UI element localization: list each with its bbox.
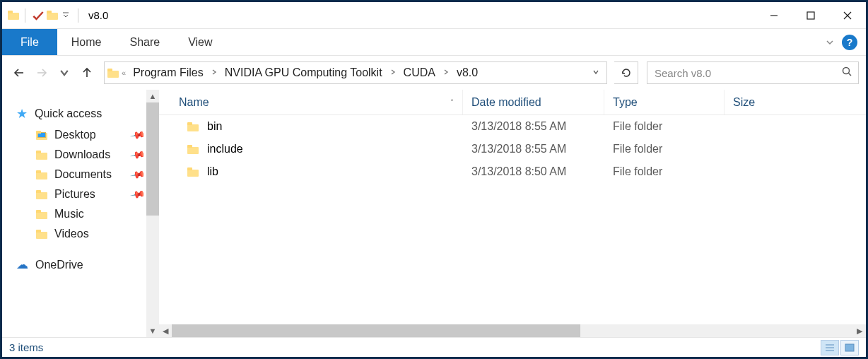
file-name: include: [207, 143, 243, 155]
scroll-left-icon[interactable]: ◀: [159, 326, 172, 336]
file-row[interactable]: bin 3/13/2018 8:55 AM File folder: [159, 115, 866, 138]
svg-rect-13: [845, 344, 854, 351]
scroll-thumb[interactable]: [146, 102, 159, 216]
app-folder-icon: [8, 11, 19, 20]
pin-icon: 📌: [129, 127, 146, 143]
svg-rect-2: [807, 12, 814, 19]
refresh-button[interactable]: [614, 61, 638, 84]
window-title: v8.0: [88, 9, 108, 21]
documents-icon: [36, 170, 47, 180]
breadcrumb-segment[interactable]: NVIDIA GPU Computing Toolkit: [221, 62, 387, 83]
address-dropdown-icon[interactable]: [588, 68, 604, 78]
status-text: 3 items: [9, 341, 43, 353]
pin-icon: 📌: [129, 187, 146, 203]
tab-view[interactable]: View: [174, 29, 226, 55]
chevron-right-icon[interactable]: «: [120, 69, 127, 77]
scroll-up-icon[interactable]: ▲: [146, 90, 159, 102]
sidebar-label: Desktop: [54, 129, 96, 141]
sidebar-pictures[interactable]: Pictures 📌: [2, 184, 159, 204]
breadcrumb-segment[interactable]: CUDA: [399, 62, 440, 83]
tab-file[interactable]: File: [2, 29, 57, 55]
sidebar-documents[interactable]: Documents 📌: [2, 165, 159, 184]
status-bar: 3 items: [2, 337, 866, 357]
qat-separator-2: [78, 8, 78, 23]
sort-indicator-icon: ˄: [450, 98, 454, 106]
sidebar-label: Pictures: [54, 188, 95, 201]
minimize-button[interactable]: [756, 2, 792, 29]
chevron-right-icon[interactable]: [388, 69, 398, 77]
search-icon[interactable]: [841, 66, 852, 80]
column-headers: Name ˄ Date modified Type Size: [159, 90, 866, 115]
sidebar-label: Downloads: [54, 148, 110, 161]
file-type: File folder: [604, 143, 725, 155]
tab-share[interactable]: Share: [115, 29, 174, 55]
column-type[interactable]: Type: [604, 90, 725, 114]
pictures-icon: [36, 190, 47, 199]
scroll-right-icon[interactable]: ▶: [853, 326, 866, 336]
address-folder-icon: [107, 69, 119, 78]
scroll-thumb[interactable]: [172, 324, 580, 337]
help-icon[interactable]: ?: [842, 35, 857, 50]
sidebar-scrollbar[interactable]: ▲ ▼: [146, 90, 159, 337]
onedrive-icon: ☁: [16, 257, 28, 272]
thumbnails-view-button[interactable]: [840, 340, 859, 355]
address-bar[interactable]: « Program Files NVIDIA GPU Computing Too…: [104, 61, 607, 84]
file-row[interactable]: include 3/13/2018 8:55 AM File folder: [159, 138, 866, 160]
sidebar-onedrive[interactable]: ☁ OneDrive: [2, 254, 159, 276]
file-date: 3/13/2018 8:55 AM: [463, 143, 604, 155]
column-date[interactable]: Date modified: [463, 90, 604, 114]
content-area: ★ Quick access Desktop 📌 Downloads 📌 Doc…: [2, 90, 866, 337]
pin-icon: 📌: [129, 167, 146, 183]
forward-button[interactable]: [32, 63, 52, 83]
column-label: Date modified: [471, 96, 541, 109]
details-view-button[interactable]: [821, 340, 839, 355]
pin-icon: 📌: [129, 147, 146, 163]
file-name: lib: [207, 165, 218, 178]
file-row[interactable]: lib 3/13/2018 8:50 AM File folder: [159, 160, 866, 183]
back-button[interactable]: [9, 63, 29, 83]
music-icon: [36, 210, 47, 219]
sidebar-desktop[interactable]: Desktop 📌: [2, 125, 159, 145]
sidebar-label: Music: [54, 208, 84, 220]
downloads-icon: [36, 151, 47, 160]
file-type: File folder: [604, 165, 725, 178]
file-date: 3/13/2018 8:50 AM: [463, 165, 604, 178]
chevron-right-icon[interactable]: [441, 69, 451, 77]
column-label: Name: [179, 96, 209, 109]
scroll-down-icon[interactable]: ▼: [146, 324, 159, 337]
sidebar-videos[interactable]: Videos: [2, 224, 159, 244]
file-rows: bin 3/13/2018 8:55 AM File folder includ…: [159, 115, 866, 324]
sidebar-label: Documents: [54, 168, 112, 181]
sidebar-quick-access[interactable]: ★ Quick access: [2, 102, 159, 125]
sidebar-label: Quick access: [35, 107, 102, 120]
videos-icon: [36, 230, 47, 239]
sidebar-label: OneDrive: [35, 259, 83, 271]
recent-locations-button[interactable]: [54, 63, 74, 83]
maximize-button[interactable]: [792, 2, 829, 29]
up-button[interactable]: [77, 63, 97, 83]
qat-dropdown-icon[interactable]: [59, 11, 72, 20]
search-input[interactable]: [653, 66, 841, 80]
breadcrumb-segment[interactable]: v8.0: [452, 62, 482, 83]
desktop-icon: [36, 131, 47, 140]
navigation-bar: « Program Files NVIDIA GPU Computing Too…: [2, 56, 866, 90]
file-list-pane: Name ˄ Date modified Type Size bin 3/13/…: [159, 90, 866, 337]
ribbon-collapse-icon[interactable]: [819, 29, 840, 55]
new-folder-icon[interactable]: [47, 11, 58, 20]
close-button[interactable]: [829, 2, 866, 29]
tab-home[interactable]: Home: [57, 29, 116, 55]
breadcrumb-segment[interactable]: Program Files: [129, 62, 208, 83]
column-size[interactable]: Size: [725, 90, 866, 114]
sidebar-downloads[interactable]: Downloads 📌: [2, 145, 159, 165]
column-label: Size: [733, 96, 755, 109]
horizontal-scrollbar[interactable]: ◀ ▶: [159, 324, 866, 337]
properties-icon[interactable]: [31, 8, 45, 23]
quick-access-toolbar: [2, 8, 83, 23]
folder-icon: [187, 145, 199, 154]
search-box[interactable]: [647, 61, 859, 84]
file-date: 3/13/2018 8:55 AM: [463, 120, 604, 133]
qat-separator: [25, 8, 25, 23]
sidebar-music[interactable]: Music: [2, 204, 159, 224]
chevron-right-icon[interactable]: [209, 69, 219, 77]
column-name[interactable]: Name ˄: [159, 90, 463, 114]
